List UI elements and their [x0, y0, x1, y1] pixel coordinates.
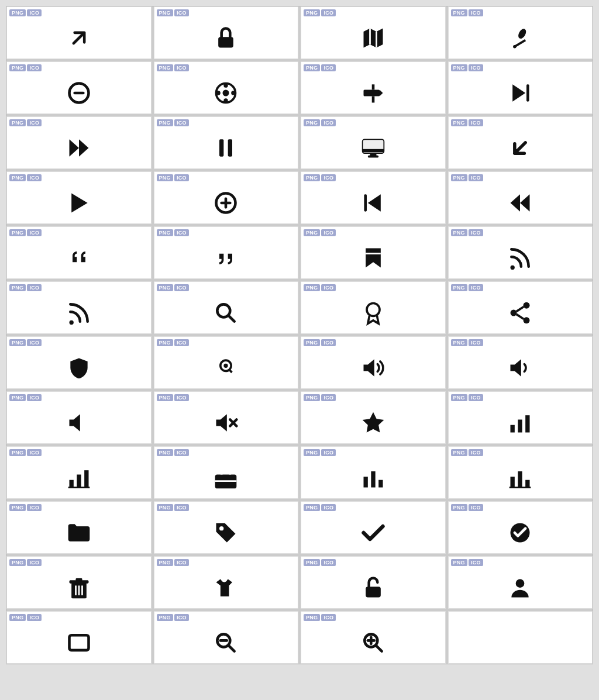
bar-chart2-icon — [66, 465, 92, 491]
svg-point-1 — [517, 27, 528, 40]
rss2-icon — [66, 300, 92, 326]
quote-right-icon — [66, 245, 92, 271]
icon-cell-rss-large[interactable]: PNGICO — [448, 226, 593, 279]
skip-end-icon — [507, 80, 533, 106]
icon-cell-checkmark-circle[interactable]: PNGICO — [448, 501, 593, 554]
icon-cell-monitor[interactable]: PNGICO — [301, 116, 446, 169]
icon-cell-trash[interactable]: PNGICO — [6, 556, 152, 609]
icon-cell-briefcase[interactable]: PNGICO — [154, 446, 299, 499]
icon-cell-film-reel[interactable]: PNGICO — [154, 61, 299, 114]
icon-cell-rewind[interactable]: PNGICO — [448, 171, 593, 224]
microphone-icon — [507, 25, 533, 51]
icon-cell-volume-low2[interactable]: PNGICO — [6, 391, 152, 444]
svg-marker-32 — [368, 194, 381, 211]
icon-cell-volume-mute[interactable]: PNGICO — [154, 391, 299, 444]
svg-rect-58 — [77, 475, 81, 488]
svg-point-10 — [216, 91, 221, 95]
svg-line-85 — [376, 646, 381, 651]
svg-marker-18 — [69, 139, 79, 156]
icon-cell-scribd[interactable]: PNGICO — [154, 336, 299, 389]
icon-cell-skip-end[interactable]: PNGICO — [448, 61, 593, 114]
svg-rect-65 — [378, 480, 383, 488]
svg-rect-78 — [366, 587, 381, 597]
svg-rect-57 — [69, 480, 73, 488]
icon-grid: PNGICO PNGICO PNGICO PNGICO PNGICO PNGIC… — [6, 6, 593, 664]
skip-start-icon — [360, 190, 386, 216]
bookmark-icon — [360, 245, 386, 271]
icon-cell-shirt[interactable]: PNGICO — [154, 556, 299, 609]
icon-cell-fast-forward[interactable]: PNGICO — [6, 116, 152, 169]
icon-cell-map[interactable]: PNGICO — [301, 6, 446, 59]
svg-line-2 — [515, 40, 525, 47]
svg-point-37 — [511, 265, 515, 270]
svg-marker-48 — [511, 359, 521, 376]
star-icon — [360, 410, 386, 436]
icon-cell-user[interactable]: PNGICO — [448, 556, 593, 609]
icon-cell-search[interactable]: PNGICO — [154, 281, 299, 334]
icon-cell-zoom-in[interactable]: PNGICO — [301, 611, 446, 664]
icon-cell-skip-start[interactable]: PNGICO — [301, 171, 446, 224]
icon-cell-zoom-out[interactable]: PNGICO — [154, 611, 299, 664]
icon-cell-signpost[interactable]: PNGICO — [301, 61, 446, 114]
icon-cell-arrow-down-left[interactable]: PNGICO — [448, 116, 593, 169]
icon-cell-star[interactable]: PNGICO — [301, 391, 446, 444]
icon-cell-lock[interactable]: PNGICO — [154, 6, 299, 59]
icon-cell-unlock[interactable]: PNGICO — [301, 556, 446, 609]
svg-point-41 — [367, 304, 380, 316]
icon-cell-volume-medium[interactable]: PNGICO — [301, 336, 446, 389]
svg-marker-47 — [363, 359, 374, 376]
icon-cell-rectangle[interactable]: PNGICO — [6, 611, 152, 664]
volume-low2-icon — [66, 410, 92, 436]
icon-cell-bar-chart3[interactable]: PNGICO — [301, 446, 446, 499]
user-icon — [507, 575, 533, 601]
icon-cell-minus-circle[interactable]: PNGICO — [6, 61, 152, 114]
unlock-icon — [360, 575, 386, 601]
icon-cell-shield[interactable]: PNGICO — [6, 336, 152, 389]
monitor-icon — [360, 135, 386, 161]
svg-rect-54 — [511, 425, 515, 433]
icon-cell-folder[interactable]: PNGICO — [6, 501, 152, 554]
svg-rect-64 — [371, 471, 375, 488]
play-icon — [66, 190, 92, 216]
svg-rect-33 — [364, 194, 367, 211]
lock-icon — [213, 25, 239, 51]
icon-cell-bar-chart[interactable]: PNGICO — [448, 391, 593, 444]
icon-cell-quote-left[interactable]: PNGICO — [154, 226, 299, 279]
add-circle-icon — [213, 190, 239, 216]
icon-cell-award[interactable]: PNGICO — [301, 281, 446, 334]
icon-cell-volume-low[interactable]: PNGICO — [448, 336, 593, 389]
svg-rect-0 — [218, 37, 233, 47]
svg-rect-12 — [363, 90, 380, 96]
svg-marker-50 — [216, 414, 227, 431]
icon-cell-tag[interactable]: PNGICO — [154, 501, 299, 554]
icon-cell-empty — [448, 611, 593, 664]
icon-cell-pause[interactable]: PNGICO — [154, 116, 299, 169]
svg-rect-66 — [511, 477, 515, 487]
svg-point-11 — [231, 91, 235, 95]
briefcase-icon — [213, 465, 239, 491]
fast-forward-icon — [66, 135, 92, 161]
svg-rect-17 — [526, 84, 529, 101]
icon-cell-add-circle[interactable]: PNGICO — [154, 171, 299, 224]
icon-cell-checkmark[interactable]: PNGICO — [301, 501, 446, 554]
icon-cell-bar-chart2[interactable]: PNGICO — [6, 446, 152, 499]
icon-cell-quote-right[interactable]: PNGICO — [6, 226, 152, 279]
icon-cell-rss2[interactable]: PNGICO — [6, 281, 152, 334]
bar-chart4-icon — [507, 465, 533, 491]
icon-cell-play[interactable]: PNGICO — [6, 171, 152, 224]
shield-icon — [66, 355, 92, 381]
icon-cell-bookmark[interactable]: PNGICO — [301, 226, 446, 279]
icon-cell-arrow-up-right[interactable]: PNGICO — [6, 6, 152, 59]
svg-rect-80 — [69, 635, 88, 650]
zoom-in-icon — [360, 630, 386, 656]
svg-rect-67 — [518, 471, 522, 488]
icon-cell-microphone[interactable]: PNGICO — [448, 6, 593, 59]
volume-medium-icon — [360, 355, 386, 381]
icon-cell-bar-chart4[interactable]: PNGICO — [448, 446, 593, 499]
shirt-icon — [213, 575, 239, 601]
icon-cell-share[interactable]: PNGICO — [448, 281, 593, 334]
svg-point-3 — [513, 45, 517, 49]
minus-circle-icon — [66, 80, 92, 106]
map-icon — [360, 25, 386, 51]
zoom-out-icon — [213, 630, 239, 656]
